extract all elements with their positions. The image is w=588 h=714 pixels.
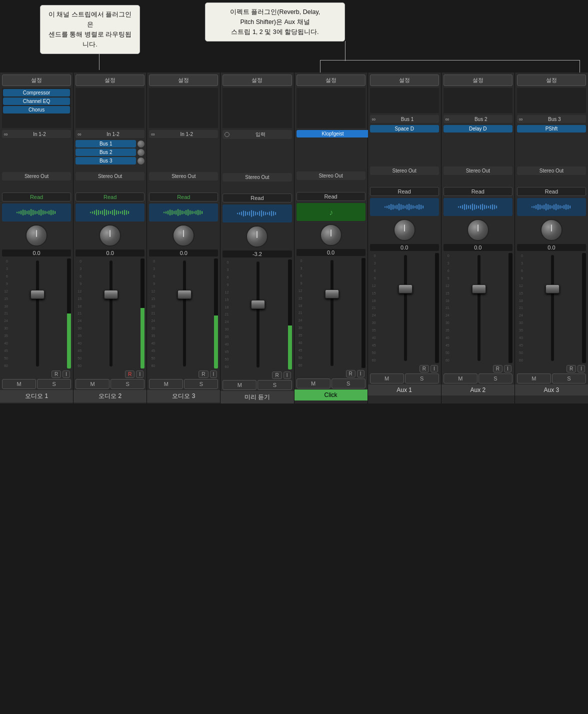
- pan-knob-audio2[interactable]: [99, 224, 121, 246]
- fader-handle-preview[interactable]: [251, 300, 265, 309]
- r-btn-audio1[interactable]: R: [52, 370, 61, 378]
- m-btn-preview[interactable]: M: [222, 380, 256, 390]
- waveform-audio1[interactable]: [2, 204, 71, 222]
- m-btn-audio2[interactable]: M: [76, 379, 110, 389]
- i-btn-aux3[interactable]: I: [578, 365, 585, 372]
- read-btn-audio2[interactable]: Read: [76, 192, 144, 202]
- i-btn-aux2[interactable]: I: [504, 365, 512, 372]
- read-btn-aux2[interactable]: Read: [444, 187, 512, 196]
- volume-number-aux2[interactable]: 0.0: [444, 244, 512, 251]
- fader-handle-aux3[interactable]: [546, 284, 560, 294]
- send-knob-audio2-1[interactable]: [138, 149, 144, 156]
- settings-button-aux3[interactable]: 설정: [517, 74, 586, 86]
- input-section-audio2[interactable]: ∞ In 1-2: [76, 130, 144, 138]
- read-btn-aux3[interactable]: Read: [517, 187, 586, 196]
- channel-name-preview[interactable]: 미리 듣기: [220, 391, 294, 404]
- s-btn-audio2[interactable]: S: [110, 379, 144, 389]
- i-btn-click[interactable]: I: [357, 370, 364, 378]
- s-btn-aux1[interactable]: S: [405, 374, 439, 384]
- output-aux1[interactable]: Stereo Out: [370, 166, 439, 175]
- settings-button-audio2[interactable]: 설정: [76, 74, 144, 86]
- i-btn-audio2[interactable]: I: [136, 370, 144, 378]
- send-knob-audio2-0[interactable]: [138, 140, 144, 148]
- m-btn-aux1[interactable]: M: [370, 374, 404, 384]
- plugin-aux2-0[interactable]: Delay D: [444, 125, 512, 132]
- m-btn-audio1[interactable]: M: [2, 379, 36, 389]
- volume-number-audio3[interactable]: 0.0: [149, 250, 218, 256]
- send-btn-audio2-1[interactable]: Bus 2: [76, 148, 136, 156]
- read-btn-audio3[interactable]: Read: [149, 192, 218, 202]
- send-btn-audio2-0[interactable]: Bus 1: [76, 140, 136, 148]
- channel-name-aux3[interactable]: Aux 3: [515, 384, 588, 396]
- r-btn-aux3[interactable]: R: [566, 365, 576, 372]
- settings-button-audio1[interactable]: 설정: [2, 74, 71, 86]
- r-btn-preview[interactable]: R: [272, 372, 282, 379]
- volume-number-aux3[interactable]: 0.0: [517, 244, 586, 251]
- volume-number-preview[interactable]: -3.2: [222, 250, 292, 258]
- i-btn-preview[interactable]: I: [284, 372, 291, 379]
- m-btn-aux3[interactable]: M: [517, 374, 551, 384]
- input-section-preview[interactable]: 입력: [222, 130, 292, 139]
- input-section-aux2[interactable]: ∞ Bus 2: [444, 115, 512, 123]
- m-btn-click[interactable]: M: [296, 378, 330, 388]
- pan-knob-click[interactable]: [320, 224, 342, 246]
- read-btn-preview[interactable]: Read: [222, 194, 292, 202]
- s-btn-audio1[interactable]: S: [37, 379, 71, 389]
- read-btn-click[interactable]: Read: [296, 192, 366, 201]
- r-btn-audio2[interactable]: R: [125, 370, 134, 378]
- m-btn-audio3[interactable]: M: [149, 379, 183, 389]
- r-btn-audio3[interactable]: R: [198, 370, 208, 378]
- output-audio1[interactable]: Stereo Out: [2, 172, 71, 180]
- output-audio2[interactable]: Stereo Out: [76, 172, 144, 180]
- waveform-audio3[interactable]: [149, 204, 218, 222]
- waveform-click[interactable]: ♪: [296, 203, 366, 221]
- input-section-aux3[interactable]: ∞ Bus 3: [517, 115, 586, 123]
- i-btn-audio3[interactable]: I: [210, 370, 218, 378]
- channel-name-click[interactable]: Click: [294, 390, 368, 400]
- waveform-preview[interactable]: [222, 204, 292, 222]
- plugin-aux1-0[interactable]: Space D: [370, 125, 439, 132]
- volume-number-click[interactable]: 0.0: [296, 249, 366, 256]
- s-btn-aux2[interactable]: S: [478, 374, 512, 384]
- settings-button-preview[interactable]: 설정: [222, 74, 292, 86]
- input-section-audio1[interactable]: ∞ In 1-2: [2, 130, 71, 138]
- settings-button-audio3[interactable]: 설정: [149, 74, 218, 86]
- pan-knob-aux3[interactable]: [540, 219, 562, 241]
- settings-button-click[interactable]: 설정: [296, 74, 366, 86]
- pan-knob-aux1[interactable]: [394, 219, 416, 241]
- s-btn-click[interactable]: S: [332, 378, 366, 388]
- fader-handle-audio3[interactable]: [178, 290, 192, 299]
- channel-name-audio2[interactable]: 오디오 2: [74, 390, 146, 402]
- send-btn-audio2-2[interactable]: Bus 3: [76, 157, 136, 164]
- settings-button-aux1[interactable]: 설정: [370, 74, 439, 86]
- output-audio3[interactable]: Stereo Out: [149, 172, 218, 180]
- channel-name-audio1[interactable]: 오디오 1: [0, 390, 73, 402]
- send-knob-audio2-2[interactable]: [138, 158, 144, 164]
- fader-handle-click[interactable]: [325, 290, 339, 298]
- settings-button-aux2[interactable]: 설정: [444, 74, 512, 86]
- s-btn-preview[interactable]: S: [258, 380, 292, 390]
- r-btn-aux2[interactable]: R: [493, 365, 502, 372]
- i-btn-audio1[interactable]: I: [62, 370, 70, 378]
- channel-name-audio3[interactable]: 오디오 3: [147, 390, 220, 402]
- read-btn-audio1[interactable]: Read: [2, 192, 71, 202]
- s-btn-aux3[interactable]: S: [552, 374, 586, 384]
- r-btn-aux1[interactable]: R: [420, 365, 429, 372]
- plugin-aux3-0[interactable]: PShft: [517, 125, 586, 132]
- volume-number-audio2[interactable]: 0.0: [76, 250, 144, 256]
- plugin-audio1-0[interactable]: Compressor: [3, 89, 70, 96]
- waveform-aux3[interactable]: [517, 198, 586, 216]
- output-preview[interactable]: Stereo Out: [222, 173, 292, 182]
- read-btn-aux1[interactable]: Read: [370, 187, 439, 196]
- channel-name-aux2[interactable]: Aux 2: [442, 384, 514, 396]
- s-btn-audio3[interactable]: S: [184, 379, 218, 389]
- input-klopfgeist[interactable]: Klopfgeist: [296, 130, 370, 138]
- fader-handle-audio2[interactable]: [104, 290, 118, 299]
- plugin-audio1-2[interactable]: Chorus: [3, 106, 70, 114]
- channel-name-aux1[interactable]: Aux 1: [368, 384, 441, 396]
- plugin-audio1-1[interactable]: Channel EQ: [3, 98, 70, 105]
- waveform-aux1[interactable]: [370, 198, 439, 216]
- volume-number-audio1[interactable]: 0.0: [2, 250, 71, 256]
- pan-knob-preview[interactable]: [246, 226, 268, 248]
- volume-number-aux1[interactable]: 0.0: [370, 244, 439, 251]
